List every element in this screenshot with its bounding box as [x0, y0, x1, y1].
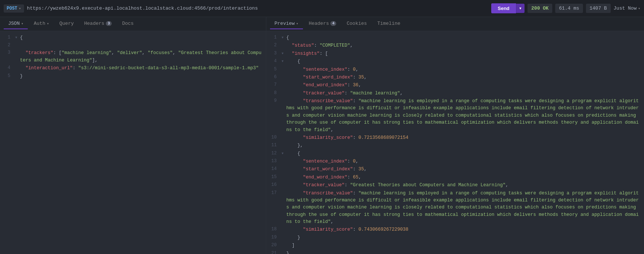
method-chevron-icon: ▾: [19, 6, 21, 11]
request-line-3: 3 "trackers": ["machine learning", "deli…: [0, 49, 266, 64]
response-line-21: 21 }: [266, 250, 644, 254]
response-line-6: 6 "start_word_index": 35,: [266, 74, 644, 81]
response-line-5: 5 "sentence_index": 0,: [266, 66, 644, 74]
timestamp-chevron-icon: ▾: [638, 6, 640, 11]
tab-response-headers[interactable]: Headers 4: [304, 19, 341, 29]
response-line-2: 2 "status": "COMPLETED",: [266, 42, 644, 50]
tab-cookies[interactable]: Cookies: [342, 19, 371, 29]
tab-timeline[interactable]: Timeline: [373, 19, 405, 29]
top-bar: POST ▾ Send ▾ 200 OK 61.4 ms 1407 B Just…: [0, 0, 644, 17]
response-line-7: 7 "end_word_index": 36,: [266, 81, 644, 89]
right-panel: Preview ▾ Headers 4 Cookies Timeline 1 ▾…: [266, 17, 644, 254]
response-body[interactable]: 1 ▾ { 2 "status": "COMPLETED", 3 ▾ "insi…: [266, 31, 644, 254]
status-code: 200: [531, 6, 540, 11]
response-line-15: 15 "end_word_index": 65,: [266, 174, 644, 181]
response-line-16: 16 "tracker_value": "Greatest Theories a…: [266, 181, 644, 189]
response-line-9: 9 "transcribe_value": "machine learning …: [266, 97, 644, 134]
auth-tab-chevron-icon: ▾: [47, 21, 49, 26]
status-text: OK: [543, 6, 549, 11]
left-tab-bar: JSON ▾ Auth ▾ Query Headers 3 Docs: [0, 17, 266, 31]
right-tab-bar: Preview ▾ Headers 4 Cookies Timeline: [266, 17, 644, 31]
response-time: 61.4 ms: [555, 4, 583, 13]
send-dropdown-button[interactable]: ▾: [516, 4, 525, 13]
request-line-4: 4 "interaction_url": "s3://mini-sedric-b…: [0, 64, 266, 72]
main-layout: JSON ▾ Auth ▾ Query Headers 3 Docs 1 ▾: [0, 17, 644, 254]
response-size: 1407 B: [586, 4, 611, 13]
url-input[interactable]: [27, 6, 488, 11]
tab-headers[interactable]: Headers 3: [80, 19, 117, 29]
tab-preview[interactable]: Preview ▾: [270, 19, 303, 29]
response-line-19: 19 }: [266, 234, 644, 242]
response-line-3: 3 ▾ "insights": [: [266, 50, 644, 58]
tab-json[interactable]: JSON ▾: [4, 19, 28, 29]
method-label: POST: [7, 6, 17, 11]
send-group: Send ▾: [491, 3, 525, 13]
preview-tab-chevron-icon: ▾: [296, 21, 299, 26]
tab-auth[interactable]: Auth ▾: [29, 19, 53, 29]
tab-docs[interactable]: Docs: [118, 19, 138, 29]
tab-query[interactable]: Query: [55, 19, 78, 29]
response-line-11: 11 },: [266, 142, 644, 150]
status-badge: 200 OK: [527, 4, 552, 13]
json-tab-chevron-icon: ▾: [21, 21, 23, 26]
response-line-12: 12 ▾ {: [266, 150, 644, 158]
response-line-18: 18 "similarity_score": 0.743066926722903…: [266, 226, 644, 234]
response-line-8: 8 "tracker_value": "machine learning",: [266, 90, 644, 97]
response-line-14: 14 "start_word_index": 35,: [266, 166, 644, 173]
request-line-1: 1 ▾ {: [0, 34, 266, 42]
left-panel: JSON ▾ Auth ▾ Query Headers 3 Docs 1 ▾: [0, 17, 266, 254]
request-line-5: 5 }: [0, 73, 266, 80]
method-selector[interactable]: POST ▾: [4, 4, 24, 13]
request-body[interactable]: 1 ▾ { 2 3 "trackers": ["machine learning…: [0, 31, 266, 254]
response-line-4: 4 ▾ {: [266, 58, 644, 66]
send-button[interactable]: Send: [491, 3, 516, 13]
response-line-10: 10 "similarity_score": 0.721356868907215…: [266, 134, 644, 142]
response-line-1: 1 ▾ {: [266, 34, 644, 42]
response-line-20: 20 ]: [266, 242, 644, 250]
response-line-17: 17 "transcribe_value": "machine learning…: [266, 190, 644, 226]
timestamp-label: Just Now: [614, 6, 637, 11]
timestamp: Just Now ▾: [614, 6, 640, 11]
request-line-2: 2: [0, 42, 266, 49]
response-line-13: 13 "sentence_index": 0,: [266, 158, 644, 166]
